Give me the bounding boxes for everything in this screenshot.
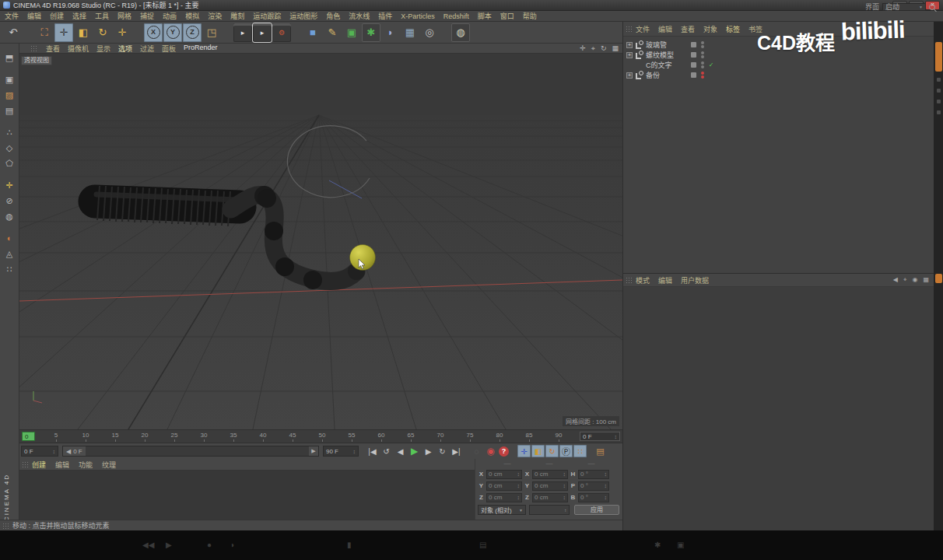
frame-range-slider[interactable]: ◀ 0 F ▶: [62, 446, 319, 457]
menu-item[interactable]: 帮助: [523, 11, 537, 21]
loop-button[interactable]: ↻: [436, 445, 449, 457]
expand-icon[interactable]: +: [626, 42, 633, 48]
object-name[interactable]: 备份: [646, 70, 686, 80]
goto-end-button[interactable]: ▶|: [450, 445, 463, 457]
workplane-icon[interactable]: ▤: [2, 103, 17, 117]
live-selection-icon[interactable]: ⛶: [35, 23, 54, 42]
snap-enable-icon[interactable]: ◬: [2, 247, 17, 261]
object-row[interactable]: C的文字 ✓: [623, 60, 943, 70]
object-name[interactable]: 螺纹模型: [646, 50, 686, 60]
goto-start-button[interactable]: |◀: [366, 445, 379, 457]
spline-pen-button[interactable]: ✎: [323, 23, 342, 42]
make-editable-icon[interactable]: ⬒: [2, 51, 17, 65]
key-position-toggle[interactable]: ✛: [517, 445, 531, 457]
frame-start-field[interactable]: 0 F↕: [21, 446, 58, 457]
attribute-menu-item[interactable]: 模式: [636, 275, 650, 285]
key-pla-toggle[interactable]: ∷: [573, 445, 587, 457]
expand-icon[interactable]: +: [626, 72, 633, 79]
menu-item[interactable]: 网格: [117, 11, 131, 21]
dock-tab-active[interactable]: [935, 42, 942, 72]
menu-item[interactable]: Redshift: [443, 12, 469, 20]
lock-axis-icon[interactable]: ⊘: [2, 194, 17, 208]
layer-toggle-icon[interactable]: [691, 42, 696, 47]
object-menu-item[interactable]: 标签: [726, 24, 740, 34]
quantize-icon[interactable]: ∷: [2, 262, 17, 276]
object-name[interactable]: 玻璃管: [646, 40, 686, 50]
danmaku-list-icon[interactable]: ▤: [479, 541, 486, 549]
expand-icon[interactable]: [626, 62, 633, 68]
menu-item[interactable]: 雕刻: [230, 11, 244, 21]
filter-icon[interactable]: ▦: [923, 276, 929, 284]
menu-item[interactable]: 动画: [163, 11, 177, 21]
key-scale-toggle[interactable]: ◧: [531, 445, 545, 457]
lock-icon[interactable]: ◉: [912, 276, 917, 284]
primitive-cube-button[interactable]: ■: [303, 23, 322, 42]
render-settings-button[interactable]: ⚙: [272, 23, 291, 42]
rotation-field[interactable]: 0 °↕: [578, 470, 609, 479]
y-axis-lock-button[interactable]: Y: [163, 23, 182, 42]
panel-grip[interactable]: [626, 26, 633, 33]
menu-item[interactable]: 渲染: [208, 11, 222, 21]
viewport-menu-item[interactable]: 查看: [46, 44, 60, 54]
loop-video-icon[interactable]: ◑: [230, 541, 234, 549]
last-used-tool-icon[interactable]: ✛: [113, 23, 131, 42]
menu-item[interactable]: 脚本: [478, 11, 492, 21]
rotation-field[interactable]: 0 °↕: [578, 493, 609, 502]
material-menu-item[interactable]: 纹理: [102, 460, 116, 470]
progress-marker-icon[interactable]: ▮: [347, 541, 352, 549]
object-menu-item[interactable]: 编辑: [658, 24, 672, 34]
camera-button[interactable]: ◎: [420, 23, 439, 42]
position-field[interactable]: 0 cm↕: [486, 493, 522, 502]
timeline-panel-button[interactable]: ▤: [594, 445, 607, 457]
coordinate-system-icon[interactable]: ◳: [202, 23, 221, 42]
frame-end-field[interactable]: 90 F↕: [323, 446, 359, 457]
object-menu-item[interactable]: 文件: [636, 24, 650, 34]
floor-button[interactable]: ▦: [401, 23, 419, 42]
object-row[interactable]: + 玻璃管: [623, 40, 943, 50]
rotate-view-icon[interactable]: ↻: [601, 44, 607, 53]
record-keyframe-button[interactable]: ◌: [470, 445, 483, 457]
menu-item[interactable]: 编辑: [27, 11, 41, 21]
menu-item[interactable]: 插件: [378, 11, 392, 21]
viewport-menu-item[interactable]: 摄像机: [68, 44, 89, 54]
undo-icon[interactable]: ↶: [4, 23, 23, 42]
render-view-button[interactable]: ▸: [233, 23, 252, 42]
light-button[interactable]: ◍: [451, 23, 470, 42]
menu-item[interactable]: X-Particles: [401, 12, 435, 20]
enable-axis-icon[interactable]: ✛: [2, 178, 17, 192]
coordinate-mode-dropdown[interactable]: 对象 (相对) ▼: [478, 505, 526, 515]
material-menu-item[interactable]: 编辑: [55, 460, 69, 470]
spinner-icon[interactable]: ↕: [615, 434, 618, 439]
history-back-icon[interactable]: ◀: [893, 276, 898, 284]
generator-button[interactable]: ✱: [362, 23, 380, 42]
viewport-canvas[interactable]: 透视视图 网格间距 : 100 cm: [19, 54, 622, 429]
material-list-area[interactable]: [19, 471, 475, 520]
position-field[interactable]: 0 cm↕: [486, 470, 522, 479]
rotation-field[interactable]: 0 °↕: [578, 481, 609, 491]
menu-item[interactable]: 运动图形: [289, 11, 317, 21]
layer-toggle-icon[interactable]: [691, 72, 696, 78]
world-coordinates-icon[interactable]: ◍: [2, 209, 17, 223]
object-menu-item[interactable]: 查看: [681, 24, 695, 34]
size-field[interactable]: 0 cm↕: [532, 481, 568, 491]
z-axis-lock-button[interactable]: Z: [183, 23, 202, 42]
visibility-dots[interactable]: [701, 61, 704, 68]
play-backward-button[interactable]: ↺: [380, 445, 393, 457]
model-mode-icon[interactable]: ▣: [2, 72, 17, 86]
play-button[interactable]: ▶: [408, 445, 421, 457]
panel-grip[interactable]: [22, 461, 30, 468]
help-button[interactable]: ?: [499, 446, 509, 457]
pan-view-icon[interactable]: ✛: [580, 44, 586, 53]
key-rotation-toggle[interactable]: ↻: [545, 445, 559, 457]
sound-icon[interactable]: ●: [207, 541, 212, 549]
layer-toggle-icon[interactable]: [691, 52, 696, 58]
menu-item[interactable]: 流水线: [349, 11, 370, 21]
current-frame-field[interactable]: 0 F ↕: [580, 432, 620, 441]
scale-tool-icon[interactable]: ◧: [74, 23, 93, 42]
expand-icon[interactable]: +: [626, 52, 633, 58]
fullscreen-icon[interactable]: ▣: [677, 541, 684, 549]
playhead-marker[interactable]: 0: [22, 432, 35, 441]
viewport-menu-item[interactable]: 显示: [96, 44, 110, 54]
material-menu-item[interactable]: 功能: [79, 460, 93, 470]
edges-mode-icon[interactable]: ◇: [2, 141, 17, 155]
